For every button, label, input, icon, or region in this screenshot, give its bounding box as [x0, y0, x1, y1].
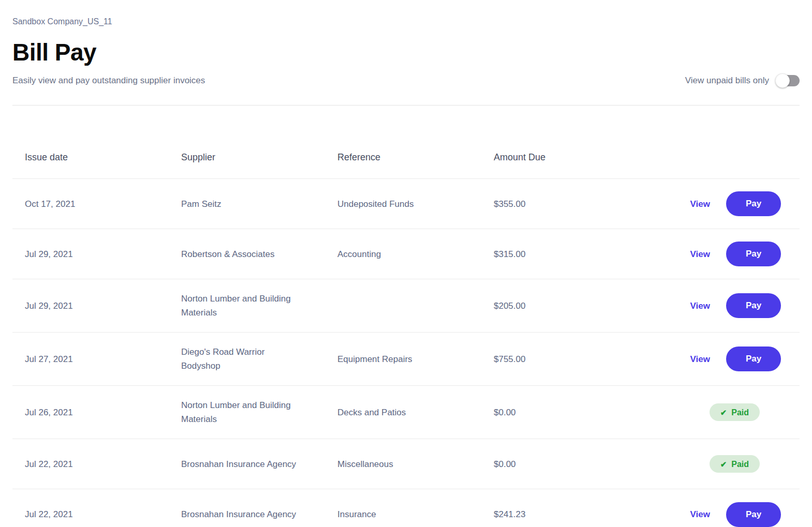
bill-row: Jul 29, 2021 Norton Lumber and Building … [12, 279, 800, 333]
issue-date-cell: Jul 22, 2021 [12, 457, 169, 471]
supplier-cell: Diego's Road Warrior Bodyshop [169, 345, 325, 373]
issue-date-cell: Jul 29, 2021 [12, 299, 169, 313]
pay-button-label: Pay [746, 300, 761, 310]
toggle-knob-icon [775, 73, 790, 88]
supplier-cell: Brosnahan Insurance Agency [169, 457, 325, 471]
amount-due-cell: $0.00 [481, 457, 638, 471]
page-subtitle: Easily view and pay outstanding supplier… [12, 76, 205, 86]
pay-button-label: Pay [746, 199, 761, 208]
unpaid-filter-group: View unpaid bills only [685, 75, 800, 86]
row-actions: View Pay [638, 502, 800, 527]
view-link[interactable]: View [690, 197, 710, 211]
issue-date-cell: Jul 22, 2021 [12, 507, 169, 521]
row-actions-unpaid: View Pay [690, 242, 781, 266]
paid-badge: ✔ Paid [710, 403, 760, 421]
paid-badge-label: Paid [731, 405, 749, 419]
column-header-amount-due: Amount Due [481, 150, 638, 164]
view-link[interactable]: View [690, 507, 710, 521]
pay-button-label: Pay [746, 354, 761, 364]
reference-cell: Decks and Patios [325, 405, 481, 419]
row-actions-unpaid: View Pay [690, 293, 781, 318]
amount-due-cell: $315.00 [481, 247, 638, 261]
pay-button[interactable]: Pay [726, 191, 781, 216]
bill-row: Jul 26, 2021 Norton Lumber and Building … [12, 386, 800, 439]
page-title: Bill Pay [12, 39, 800, 65]
amount-due-cell: $355.00 [481, 197, 638, 211]
bill-row: Jul 29, 2021 Robertson & Associates Acco… [12, 229, 800, 279]
bill-row: Jul 27, 2021 Diego's Road Warrior Bodysh… [12, 333, 800, 386]
row-actions-unpaid: View Pay [690, 347, 781, 371]
reference-cell: Miscellaneous [325, 457, 481, 471]
supplier-cell: Norton Lumber and Building Materials [169, 292, 325, 320]
pay-button-label: Pay [746, 509, 761, 519]
check-icon: ✔ [720, 409, 727, 416]
unpaid-toggle[interactable] [777, 75, 800, 86]
view-link[interactable]: View [690, 247, 710, 261]
amount-due-cell: $755.00 [481, 352, 638, 366]
issue-date-cell: Jul 26, 2021 [12, 405, 169, 419]
pay-button[interactable]: Pay [726, 293, 781, 318]
row-actions: View Pay [638, 293, 800, 318]
supplier-cell: Pam Seitz [169, 197, 325, 211]
supplier-cell: Norton Lumber and Building Materials [169, 398, 325, 426]
supplier-cell: Brosnahan Insurance Agency [169, 507, 325, 521]
pay-button-label: Pay [746, 249, 761, 259]
bill-pay-page: Sandbox Company_US_11 Bill Pay Easily vi… [0, 17, 812, 527]
amount-due-cell: $0.00 [481, 405, 638, 419]
bills-table-header: Issue date Supplier Reference Amount Due [12, 106, 800, 179]
paid-badge: ✔ Paid [710, 455, 760, 473]
issue-date-cell: Jul 29, 2021 [12, 247, 169, 261]
issue-date-cell: Jul 27, 2021 [12, 352, 169, 366]
bills-table: Issue date Supplier Reference Amount Due… [12, 106, 800, 527]
column-header-reference: Reference [325, 150, 481, 164]
amount-due-cell: $205.00 [481, 299, 638, 313]
company-name: Sandbox Company_US_11 [12, 17, 800, 26]
reference-cell: Accounting [325, 247, 481, 261]
bill-row: Jul 22, 2021 Brosnahan Insurance Agency … [12, 439, 800, 489]
pay-button[interactable]: Pay [726, 502, 781, 527]
check-icon: ✔ [720, 460, 727, 468]
issue-date-cell: Oct 17, 2021 [12, 197, 169, 211]
column-header-issue-date: Issue date [12, 150, 169, 164]
reference-cell: Equipment Repairs [325, 352, 481, 366]
bills-table-body: Oct 17, 2021 Pam Seitz Undeposited Funds… [12, 179, 800, 527]
row-actions: View Pay [638, 191, 800, 216]
row-actions: View Pay [638, 347, 800, 371]
reference-cell: Insurance [325, 507, 481, 521]
row-actions: ✔ Paid [638, 403, 800, 421]
bill-row: Jul 22, 2021 Brosnahan Insurance Agency … [12, 489, 800, 527]
column-header-supplier: Supplier [169, 150, 325, 164]
row-actions-unpaid: View Pay [690, 502, 781, 527]
subtitle-row: Easily view and pay outstanding supplier… [12, 75, 800, 86]
view-link[interactable]: View [690, 299, 710, 313]
row-actions-unpaid: View Pay [690, 191, 781, 216]
row-actions: View Pay [638, 242, 800, 266]
paid-badge-label: Paid [731, 457, 749, 471]
reference-cell: Undeposited Funds [325, 197, 481, 211]
pay-button[interactable]: Pay [726, 347, 781, 371]
amount-due-cell: $241.23 [481, 507, 638, 521]
view-link[interactable]: View [690, 352, 710, 366]
pay-button[interactable]: Pay [726, 242, 781, 266]
bill-row: Oct 17, 2021 Pam Seitz Undeposited Funds… [12, 179, 800, 229]
supplier-cell: Robertson & Associates [169, 247, 325, 261]
unpaid-toggle-label: View unpaid bills only [685, 76, 769, 86]
row-actions: ✔ Paid [638, 455, 800, 473]
